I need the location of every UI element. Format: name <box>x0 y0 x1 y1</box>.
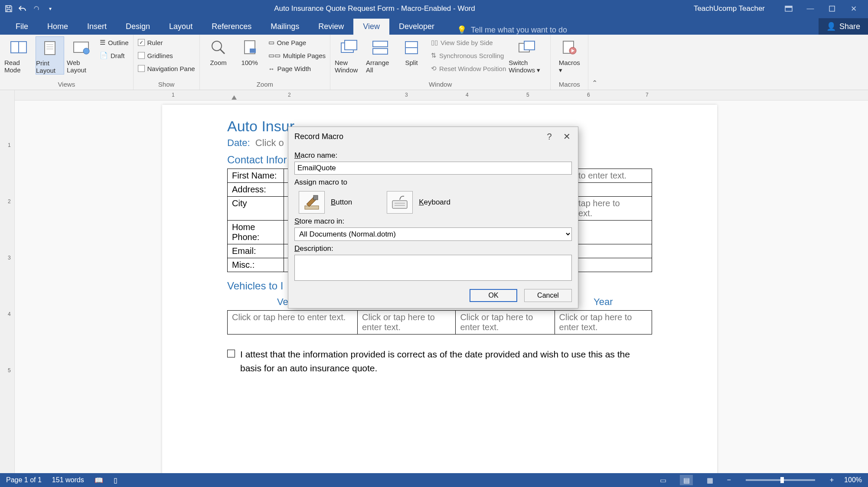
group-window-label: Window <box>335 80 546 90</box>
tell-me-search[interactable]: 💡 Tell me what you want to do <box>457 25 567 35</box>
save-icon[interactable] <box>3 3 14 14</box>
group-views-label: Views <box>4 80 129 90</box>
dialog-help-icon[interactable]: ? <box>541 132 558 142</box>
side-by-side-button[interactable]: ▯▯View Side by Side <box>431 36 506 49</box>
ruler-checkbox[interactable]: ✓Ruler <box>138 36 195 49</box>
redo-icon[interactable] <box>31 3 42 14</box>
web-layout-label: Web Layout <box>67 59 95 74</box>
indent-marker-icon[interactable] <box>232 95 237 100</box>
signed-in-user[interactable]: TeachUcomp Teacher <box>694 4 765 13</box>
gridlines-checkbox[interactable]: Gridlines <box>138 49 195 62</box>
svg-point-10 <box>83 48 89 54</box>
zoom-slider[interactable] <box>746 479 815 481</box>
group-window: New Window Arrange All Split ▯▯View Side… <box>330 35 551 90</box>
draft-icon: 📄 <box>100 52 108 59</box>
svg-line-12 <box>220 49 225 54</box>
assign-keyboard-option[interactable]: Keyboard <box>387 191 450 214</box>
horizontal-ruler[interactable]: 1 2 3 4 5 6 7 <box>15 90 868 101</box>
qat-customize-icon[interactable]: ▾ <box>45 3 55 14</box>
macros-icon <box>560 38 579 57</box>
side-by-side-icon: ▯▯ <box>431 39 438 46</box>
print-layout-label: Print Layout <box>36 59 64 74</box>
macro-recording-icon[interactable]: ▯ <box>114 476 117 484</box>
zoom-icon <box>209 38 228 57</box>
svg-point-11 <box>212 41 222 51</box>
print-layout-view-icon[interactable]: ▤ <box>680 475 693 485</box>
cancel-button[interactable]: Cancel <box>524 289 572 302</box>
read-mode-button[interactable]: Read Mode <box>4 36 33 74</box>
tell-me-label: Tell me what you want to do <box>471 26 567 35</box>
keyboard-icon <box>387 191 413 214</box>
share-button[interactable]: 👤 Share <box>819 18 868 35</box>
web-layout-button[interactable]: Web Layout <box>67 36 95 74</box>
tab-review[interactable]: Review <box>309 19 353 35</box>
dialog-close-icon[interactable]: ✕ <box>558 131 575 142</box>
minimize-icon[interactable]: — <box>799 0 821 17</box>
svg-rect-26 <box>305 206 319 209</box>
zoom-button[interactable]: Zoom <box>204 36 233 66</box>
ribbon-tabs: File Home Insert Design Layout Reference… <box>0 17 868 35</box>
ribbon-panel: Read Mode Print Layout Web Layout ☰Outli… <box>0 35 868 90</box>
zoom-out-button[interactable]: − <box>727 476 731 484</box>
quick-access-toolbar: ▾ <box>3 3 55 14</box>
description-input[interactable] <box>294 255 572 281</box>
collapse-ribbon-icon[interactable]: ⌃ <box>588 35 600 90</box>
checkbox-checked-icon: ✓ <box>138 39 145 46</box>
attestation: I attest that the information provided i… <box>227 347 652 375</box>
assign-button-option[interactable]: Button <box>299 191 352 214</box>
store-macro-label: Store macro in: <box>294 217 572 226</box>
macro-name-label: Macro name: <box>294 151 572 160</box>
date-placeholder[interactable]: Click o <box>255 137 284 148</box>
group-views: Read Mode Print Layout Web Layout ☰Outli… <box>0 35 134 90</box>
tab-developer[interactable]: Developer <box>389 19 444 35</box>
tab-home[interactable]: Home <box>38 19 78 35</box>
store-macro-select[interactable]: All Documents (Normal.dotm) <box>294 227 572 241</box>
word-count[interactable]: 151 words <box>52 476 84 484</box>
hundred-icon <box>240 38 259 57</box>
macros-button[interactable]: Macros▾ <box>555 36 584 74</box>
vertical-ruler[interactable]: 1 2 3 4 5 <box>0 90 15 473</box>
outline-button[interactable]: ☰Outline <box>100 36 129 49</box>
outline-icon: ☰ <box>100 39 105 46</box>
spelling-icon[interactable]: 📖 <box>95 476 103 484</box>
zoom-in-button[interactable]: + <box>830 476 834 484</box>
read-mode-view-icon[interactable]: ▭ <box>656 475 669 485</box>
draft-button[interactable]: 📄Draft <box>100 49 129 62</box>
read-mode-icon <box>9 38 28 57</box>
record-macro-dialog: Record Macro ? ✕ Macro name: Assign macr… <box>288 127 578 308</box>
arrange-all-icon <box>371 38 390 57</box>
split-icon <box>402 38 421 57</box>
group-show-label: Show <box>138 80 195 90</box>
arrange-all-button[interactable]: Arrange All <box>366 36 395 74</box>
navigation-pane-checkbox[interactable]: Navigation Pane <box>138 62 195 75</box>
svg-rect-28 <box>392 201 407 208</box>
maximize-icon[interactable] <box>821 0 843 17</box>
split-button[interactable]: Split <box>397 36 426 66</box>
tab-design[interactable]: Design <box>116 19 160 35</box>
print-layout-button[interactable]: Print Layout <box>36 36 64 75</box>
macro-name-input[interactable] <box>294 162 572 175</box>
group-show: ✓Ruler Gridlines Navigation Pane Show <box>134 35 200 90</box>
undo-icon[interactable] <box>17 3 28 14</box>
new-window-button[interactable]: New Window <box>335 36 363 74</box>
hundred-percent-button[interactable]: 100% <box>235 36 264 66</box>
tab-insert[interactable]: Insert <box>78 19 116 35</box>
one-page-button[interactable]: ▭One Page <box>268 36 326 49</box>
switch-windows-button[interactable]: Switch Windows ▾ <box>509 36 546 74</box>
web-layout-view-icon[interactable]: ▦ <box>703 475 716 485</box>
zoom-level[interactable]: 100% <box>844 476 862 484</box>
page-indicator[interactable]: Page 1 of 1 <box>6 476 42 484</box>
multiple-pages-button[interactable]: ▭▭Multiple Pages <box>268 49 326 62</box>
close-icon[interactable]: ✕ <box>843 0 865 17</box>
tab-layout[interactable]: Layout <box>160 19 202 35</box>
tab-file[interactable]: File <box>6 19 38 35</box>
tab-mailings[interactable]: Mailings <box>261 19 309 35</box>
ok-button[interactable]: OK <box>470 289 517 302</box>
attest-checkbox[interactable] <box>227 350 235 357</box>
tab-view[interactable]: View <box>353 19 389 35</box>
tab-references[interactable]: References <box>202 19 261 35</box>
zoom-thumb[interactable] <box>780 477 784 483</box>
page-width-button[interactable]: ↔Page Width <box>268 62 326 75</box>
svg-rect-5 <box>45 42 55 55</box>
ribbon-display-options-icon[interactable] <box>778 0 799 17</box>
